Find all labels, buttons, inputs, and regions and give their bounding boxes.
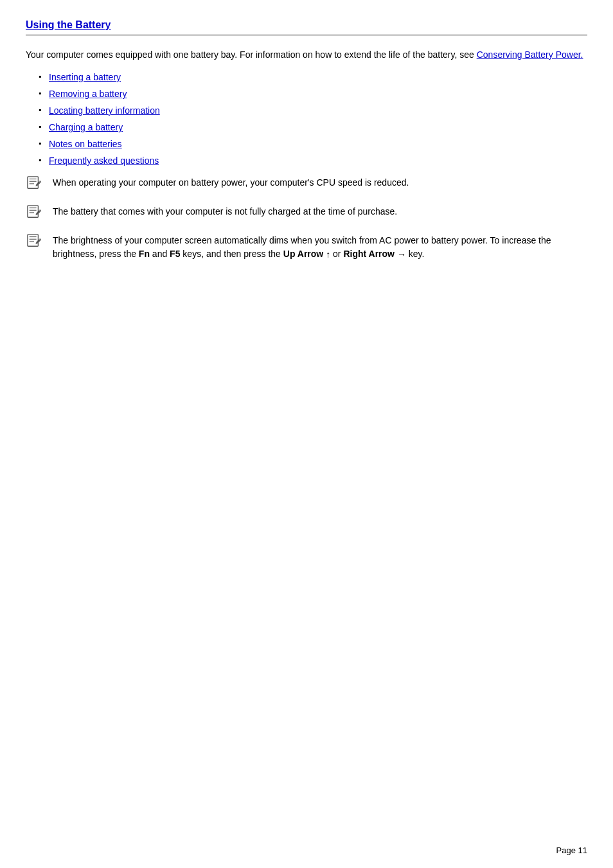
note-3-and: and [150,249,170,259]
up-arrow-label: Up Arrow [283,249,323,259]
notes-batteries-link[interactable]: Notes on batteries [49,139,122,149]
note-3-keys-then: keys, and then press the [180,249,283,259]
inserting-battery-link[interactable]: Inserting a battery [49,72,121,82]
svg-rect-10 [28,235,38,246]
charging-battery-link[interactable]: Charging a battery [49,122,123,132]
note-3-or: or [330,249,343,259]
note-3-key: key. [406,249,425,259]
list-item: Locating battery information [39,105,587,116]
note-1-text: When operating your computer on battery … [53,176,587,190]
right-arrow-icon: → [397,248,406,261]
page-number: Page 11 [556,846,587,855]
note-icon-2 [26,204,48,225]
intro-paragraph: Your computer comes equipped with one ba… [26,48,587,62]
f5-key: F5 [170,249,180,259]
svg-rect-0 [28,177,38,188]
note-3: The brightness of your computer screen a… [26,234,587,261]
note-icon-3 [26,233,48,254]
note-3-text: The brightness of your computer screen a… [53,234,587,261]
locating-battery-link[interactable]: Locating battery information [49,105,160,116]
note-2: The battery that comes with your compute… [26,205,587,225]
list-item: Frequently asked questions [39,155,587,166]
topic-list: Inserting a battery Removing a battery L… [39,72,587,166]
list-item: Inserting a battery [39,72,587,82]
list-item: Removing a battery [39,89,587,99]
svg-rect-5 [28,206,38,217]
note-2-text: The battery that comes with your compute… [53,205,587,218]
intro-text: Your computer comes equipped with one ba… [26,49,474,60]
page-container: Using the Battery Your computer comes eq… [0,0,613,309]
right-arrow-label: Right Arrow [343,249,395,259]
list-item: Notes on batteries [39,139,587,149]
list-item: Charging a battery [39,122,587,132]
removing-battery-link[interactable]: Removing a battery [49,89,127,99]
page-title: Using the Battery [26,19,587,35]
faq-link[interactable]: Frequently asked questions [49,155,159,166]
conserving-battery-link[interactable]: Conserving Battery Power. [477,49,583,60]
note-1: When operating your computer on battery … [26,176,587,196]
page-footer: Page 11 [556,846,587,855]
fn-key: Fn [139,249,150,259]
note-icon-1 [26,175,48,196]
